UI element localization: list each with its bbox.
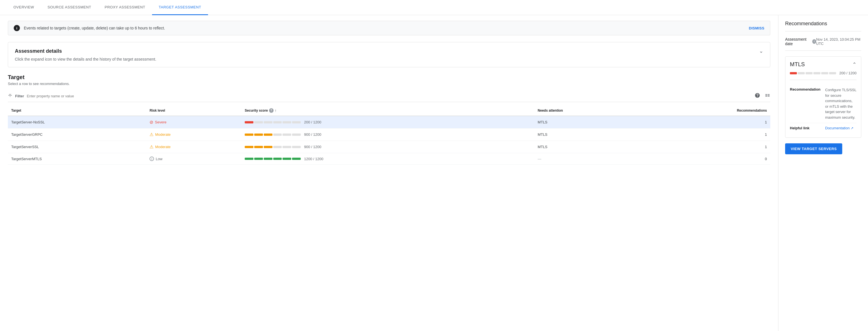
cell-target: TargetServerGRPC (8, 129, 146, 141)
target-table: Target Risk level Security score ? ↑ (8, 106, 770, 165)
target-section: Target Select a row to see recommendatio… (8, 74, 770, 165)
score-segment (282, 158, 291, 160)
tab-proxy-assessment[interactable]: PROXY ASSESSMENT (98, 0, 152, 15)
assessment-date-label: Assessment date i (785, 37, 816, 46)
cell-target: TargetServer-NoSSL (8, 116, 146, 129)
helpful-link-row: Helpful link Documentation ↗ (790, 123, 857, 133)
score-segment (254, 121, 263, 123)
dismiss-button[interactable]: DISMISS (749, 26, 765, 30)
cell-needs-attention: MTLS (534, 129, 644, 141)
mtls-bar-segment (821, 72, 828, 74)
cell-needs-attention: — (534, 153, 644, 165)
info-banner: i Events related to targets (create, upd… (8, 21, 770, 35)
mtls-bar-segment (798, 72, 805, 74)
score-segment (292, 146, 301, 148)
score-segment (254, 134, 263, 136)
mtls-bar-segment (790, 72, 797, 74)
recommendation-row: Recommendation Configure TLS/SSL for sec… (790, 84, 857, 123)
mtls-chevron-up-icon[interactable]: ⌃ (852, 61, 857, 67)
recommendation-label: Recommendation (790, 87, 821, 120)
documentation-link[interactable]: Documentation ↗ (825, 126, 854, 130)
table-row[interactable]: TargetServerMTLS i Low 1200 / 1200 — 0 (8, 153, 770, 165)
content-area: i Events related to targets (create, upd… (0, 15, 778, 331)
mtls-card: MTLS ⌃ 200 / 1200 Recommendation Configu… (785, 56, 861, 138)
table-row[interactable]: TargetServerSSL ⚠ Moderate 900 / 1200 MT… (8, 141, 770, 153)
assessment-details-card: Assessment details ⌄ Click the expand ic… (8, 42, 770, 67)
chevron-down-icon[interactable]: ⌄ (759, 48, 763, 54)
filter-row: Filter (8, 90, 770, 102)
mtls-bar-segment (829, 72, 836, 74)
help-icon-btn[interactable] (754, 92, 760, 100)
mtls-progress-bar (790, 72, 836, 74)
score-segment (282, 121, 291, 123)
assessment-date-row: Assessment date i Nov 14, 2023, 10:04:25… (785, 37, 861, 51)
score-segment (273, 121, 282, 123)
cell-target: TargetServerSSL (8, 141, 146, 153)
cell-score: 200 / 1200 (241, 116, 534, 129)
target-section-subtitle: Select a row to see recommendations. (8, 82, 770, 86)
col-target: Target (8, 106, 146, 116)
mtls-header: MTLS ⌃ (790, 61, 857, 67)
external-link-icon: ↗ (850, 126, 854, 130)
cell-risk: ⚠ Moderate (146, 141, 241, 153)
sidebar-title: Recommendations (785, 21, 861, 31)
score-segment (245, 146, 253, 148)
score-segment (245, 134, 253, 136)
score-segment (282, 134, 291, 136)
cell-recommendations: 1 (644, 141, 770, 153)
assessment-details-title: Assessment details (15, 48, 62, 54)
score-segment (273, 134, 282, 136)
score-segment (273, 158, 282, 160)
col-needs-attention: Needs attention (534, 106, 644, 116)
helpful-link-label: Helpful link (790, 126, 821, 130)
cell-score: 1200 / 1200 (241, 153, 534, 165)
assessment-date-value: Nov 14, 2023, 10:04:25 PM UTC (816, 37, 861, 46)
sort-icon[interactable]: ↑ (275, 108, 277, 113)
score-segment (292, 134, 301, 136)
cell-score: 900 / 1200 (241, 129, 534, 141)
filter-input[interactable] (27, 94, 752, 98)
cell-recommendations: 1 (644, 116, 770, 129)
cell-risk: ⊘ Severe (146, 116, 241, 129)
banner-text: Events related to targets (create, updat… (24, 26, 745, 30)
cell-recommendations: 1 (644, 129, 770, 141)
score-segment (264, 158, 273, 160)
assessment-details-desc: Click the expand icon to view the detail… (15, 57, 763, 61)
assessment-details-header: Assessment details ⌄ (15, 48, 763, 54)
cell-needs-attention: MTLS (534, 116, 644, 129)
filter-icon (8, 93, 12, 99)
col-security-score: Security score ? ↑ (241, 106, 534, 116)
cell-risk: i Low (146, 153, 241, 165)
score-segment (264, 121, 273, 123)
mtls-score-text: 200 / 1200 (839, 71, 857, 75)
security-score-help-icon[interactable]: ? (269, 108, 274, 113)
score-segment (264, 146, 273, 148)
filter-actions (754, 92, 770, 100)
tab-source-assessment[interactable]: SOURCE ASSESSMENT (41, 0, 98, 15)
sidebar: Recommendations Assessment date i Nov 14… (778, 15, 868, 331)
score-segment (282, 146, 291, 148)
mtls-title: MTLS (790, 61, 805, 67)
info-icon: i (14, 25, 20, 31)
score-segment (254, 146, 263, 148)
score-segment (245, 121, 253, 123)
table-row[interactable]: TargetServerGRPC ⚠ Moderate 900 / 1200 M… (8, 129, 770, 141)
columns-icon-btn[interactable] (765, 92, 770, 100)
view-target-servers-button[interactable]: VIEW TARGET SERVERS (785, 143, 842, 154)
mtls-score-row: 200 / 1200 (790, 71, 857, 80)
score-segment (292, 158, 301, 160)
score-segment (292, 121, 301, 123)
mtls-bar-segment (806, 72, 812, 74)
assessment-date-help-icon[interactable]: i (812, 39, 816, 44)
score-segment (245, 158, 253, 160)
table-row[interactable]: TargetServer-NoSSL ⊘ Severe 200 / 1200 M… (8, 116, 770, 129)
cell-target: TargetServerMTLS (8, 153, 146, 165)
main-layout: i Events related to targets (create, upd… (0, 15, 868, 331)
tab-overview[interactable]: OVERVIEW (7, 0, 41, 15)
cell-score: 900 / 1200 (241, 141, 534, 153)
cell-risk: ⚠ Moderate (146, 129, 241, 141)
cell-recommendations: 0 (644, 153, 770, 165)
score-segment (273, 146, 282, 148)
tab-target-assessment[interactable]: TARGET ASSESSMENT (152, 0, 208, 15)
recommendation-value: Configure TLS/SSL for secure communicati… (825, 87, 857, 120)
